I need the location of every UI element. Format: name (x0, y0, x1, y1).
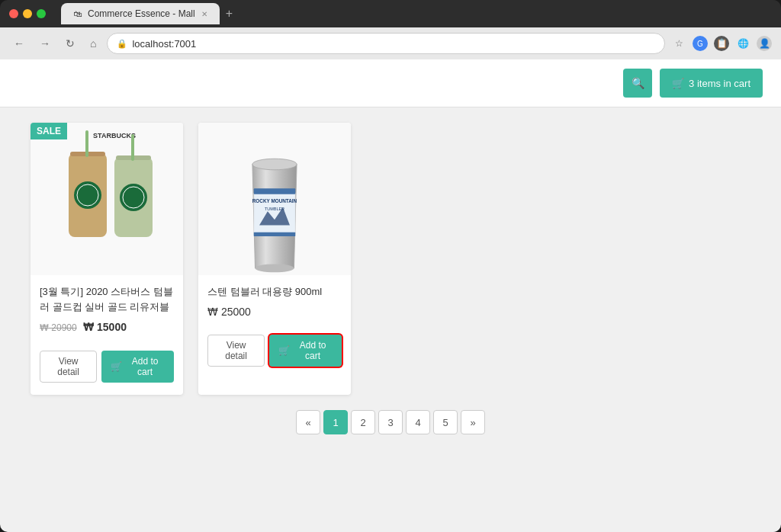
product-card: SALE STARBUCKS (31, 123, 183, 395)
svg-text:ROCKY MOUNTAIN: ROCKY MOUNTAIN (252, 198, 297, 204)
product-info: 스텐 텀블러 대용량 900ml ₩ 25000 (198, 275, 351, 335)
title-bar: 🛍 Commerce Essence - Mall ✕ + (0, 0, 781, 27)
svg-rect-9 (131, 134, 134, 161)
product-actions: View detail 🛒 Add to cart (198, 335, 351, 367)
tab-title: Commerce Essence - Mall (88, 8, 195, 19)
product-info: [3월 특기] 2020 스타버스 텀블러 골드컵 실버 골드 리유저블 ₩ 2… (31, 275, 183, 351)
price-original: ₩ 20900 (40, 322, 77, 333)
search-button[interactable]: 🔍 (623, 69, 652, 98)
url-text: localhost:7001 (132, 38, 196, 50)
add-to-cart-label: Add to cart (125, 356, 165, 377)
tab-close-icon[interactable]: ✕ (201, 10, 207, 18)
page-button-3[interactable]: 3 (378, 410, 403, 434)
browser-icon-2[interactable]: 📋 (714, 36, 729, 51)
add-to-cart-label: Add to cart (293, 340, 333, 361)
add-to-cart-button-highlighted[interactable]: 🛒 Add to cart (269, 335, 342, 367)
product-price: ₩ 25000 (207, 306, 342, 318)
product-price: ₩ 20900 ₩ 15000 (40, 320, 174, 334)
new-tab-button[interactable]: + (220, 7, 239, 21)
page-button-5[interactable]: 5 (433, 410, 458, 434)
svg-rect-4 (85, 130, 88, 157)
sale-badge: SALE (31, 123, 67, 139)
cart-icon: 🛒 (672, 78, 684, 89)
bookmark-icon[interactable]: ☆ (671, 36, 686, 51)
page-button-4[interactable]: 4 (406, 410, 430, 434)
maximize-button[interactable] (37, 9, 46, 18)
page-button-1[interactable]: 1 (323, 410, 348, 434)
prev-page-button[interactable]: « (296, 410, 320, 434)
cart-label: 3 items in cart (689, 78, 750, 89)
svg-rect-20 (254, 232, 296, 236)
product-image-area: SALE STARBUCKS (31, 123, 183, 275)
page-content: 🔍 🛒 3 items in cart SALE (0, 59, 781, 532)
price-current: ₩ 15000 (83, 321, 127, 333)
svg-text:STARBUCKS: STARBUCKS (93, 132, 136, 139)
browser-icon-3[interactable]: 🌐 (735, 36, 750, 51)
svg-rect-19 (254, 188, 296, 194)
tab-bar: 🛍 Commerce Essence - Mall ✕ + (61, 3, 772, 24)
product-actions: View detail 🛒 Add to cart (31, 351, 183, 383)
product-image-area: ROCKY MOUNTAIN TUMBLER (198, 123, 351, 275)
home-button[interactable]: ⌂ (85, 34, 101, 53)
browser-icon-1[interactable]: G (693, 36, 708, 51)
address-bar[interactable]: 🔒 localhost:7001 (107, 33, 665, 54)
page-header: 🔍 🛒 3 items in cart (0, 59, 781, 107)
cart-icon: 🛒 (111, 361, 122, 372)
browser-window: 🛍 Commerce Essence - Mall ✕ + ← → ↻ ⌂ 🔒 … (0, 0, 781, 532)
reload-button[interactable]: ↻ (61, 34, 79, 53)
svg-point-6 (77, 184, 98, 206)
active-tab[interactable]: 🛍 Commerce Essence - Mall ✕ (61, 3, 220, 24)
back-button[interactable]: ← (9, 34, 29, 53)
products-area: SALE STARBUCKS (0, 107, 781, 532)
svg-point-14 (256, 264, 294, 272)
lock-icon: 🔒 (117, 39, 127, 49)
view-detail-button[interactable]: View detail (40, 351, 97, 383)
next-page-button[interactable]: » (461, 410, 485, 434)
minimize-button[interactable] (23, 9, 32, 18)
browser-icon-4[interactable]: 👤 (757, 36, 772, 51)
page-button-2[interactable]: 2 (351, 410, 375, 434)
add-to-cart-button[interactable]: 🛒 Add to cart (101, 351, 174, 383)
traffic-lights (9, 9, 46, 18)
svg-point-11 (123, 187, 144, 208)
browser-nav-icons: ☆ G 📋 🌐 👤 (671, 36, 772, 51)
forward-button[interactable]: → (35, 34, 55, 53)
cart-button[interactable]: 🛒 3 items in cart (660, 69, 763, 98)
product-image-starbucks: STARBUCKS (31, 123, 183, 275)
nav-bar: ← → ↻ ⌂ 🔒 localhost:7001 ☆ G 📋 🌐 👤 (0, 27, 781, 59)
products-grid: SALE STARBUCKS (31, 123, 750, 395)
cart-icon: 🛒 (278, 345, 290, 356)
product-image-tumbler: ROCKY MOUNTAIN TUMBLER (198, 123, 351, 275)
close-button[interactable] (9, 9, 18, 18)
product-name: [3월 특기] 2020 스타버스 텀블러 골드컵 실버 골드 리유저블 (40, 284, 174, 314)
svg-point-13 (252, 159, 297, 170)
annotation-arrow (320, 371, 351, 395)
pagination: « 1 2 3 4 5 » (31, 395, 750, 450)
search-icon: 🔍 (632, 77, 644, 89)
product-name: 스텐 텀블러 대용량 900ml (207, 284, 342, 300)
view-detail-button[interactable]: View detail (207, 335, 265, 367)
product-card: ROCKY MOUNTAIN TUMBLER 스텐 텀블러 대용량 900ml … (198, 123, 351, 395)
